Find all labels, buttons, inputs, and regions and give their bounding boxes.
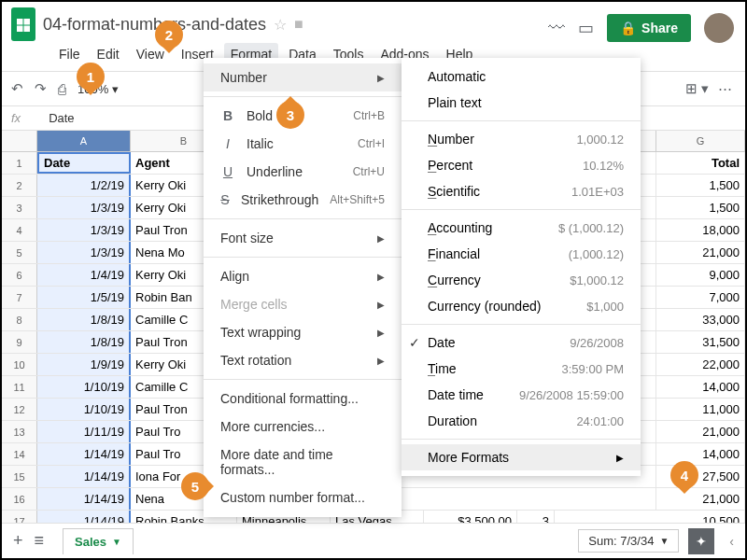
insert-icon[interactable]: ⊞ ▾ (685, 80, 709, 97)
row-header[interactable]: 10 (2, 354, 37, 375)
cell[interactable]: 21,000 (656, 421, 745, 442)
cell[interactable]: 1/3/19 (37, 219, 131, 241)
cell[interactable]: 21,000 (656, 488, 745, 510)
cell[interactable]: 1/4/19 (37, 264, 131, 286)
cell[interactable]: 1/8/19 (37, 331, 131, 353)
format-italic[interactable]: IItalicCtrl+I (204, 130, 402, 158)
col-header-a[interactable]: A (37, 131, 131, 151)
num-date[interactable]: ✓Date9/26/2008 (402, 329, 641, 356)
cell[interactable]: 1,500 (656, 197, 745, 218)
row-header[interactable]: 16 (2, 488, 37, 510)
format-fontsize[interactable]: Font size▶ (204, 224, 402, 252)
cell[interactable]: 33,000 (656, 309, 745, 330)
cell[interactable]: 31,500 (656, 331, 745, 353)
comment-icon[interactable]: ▭ (578, 18, 594, 38)
cell[interactable]: 1/14/19 (37, 443, 131, 465)
row-header[interactable]: 3 (2, 197, 37, 218)
num-datetime[interactable]: Date time9/26/2008 15:59:00 (402, 382, 641, 408)
share-button[interactable]: 🔒Share (607, 14, 691, 42)
cell[interactable]: 1/3/19 (37, 242, 131, 263)
format-underline[interactable]: UUnderlineCtrl+U (204, 158, 402, 186)
cell[interactable]: 1,500 (656, 175, 745, 196)
num-currency[interactable]: Currency$1,000.12 (402, 267, 641, 293)
row-header[interactable]: 2 (2, 175, 37, 196)
cell[interactable]: 14,000 (656, 443, 745, 465)
row-header[interactable]: 7 (2, 287, 37, 308)
format-custom-number[interactable]: Custom number format... (204, 483, 402, 511)
cell[interactable]: 1/5/19 (37, 287, 131, 308)
cell[interactable]: 22,000 (656, 354, 745, 375)
row-header[interactable]: 4 (2, 219, 37, 241)
num-percent[interactable]: Percent10.12% (402, 152, 641, 178)
row-header[interactable]: 8 (2, 309, 37, 330)
explore-icon[interactable]: ✦ (688, 528, 714, 554)
num-automatic[interactable]: Automatic (402, 63, 641, 90)
menu-file[interactable]: File (52, 43, 87, 65)
star-icon[interactable]: ☆ (274, 16, 287, 34)
trend-icon[interactable]: 〰 (548, 19, 565, 38)
avatar[interactable] (704, 13, 734, 43)
sum-display[interactable]: Sum: 7/3/34▼ (578, 529, 679, 553)
cell[interactable]: 18,000 (656, 219, 745, 241)
row-header[interactable]: 5 (2, 242, 37, 263)
more-icon[interactable]: ⋯ (718, 80, 732, 97)
row-header[interactable]: 15 (2, 466, 37, 487)
num-more-formats[interactable]: More Formats▶ (402, 444, 641, 470)
format-more-dates[interactable]: More date and time formats... (204, 441, 402, 483)
cell[interactable]: 1/14/19 (37, 466, 131, 487)
num-plain[interactable]: Plain text (402, 90, 641, 116)
cell[interactable]: 1/10/19 (37, 376, 131, 398)
num-number[interactable]: Number1,000.12 (402, 126, 641, 152)
cell[interactable]: 21,000 (656, 242, 745, 263)
chevron-right-icon: ▶ (377, 300, 385, 310)
format-wrap[interactable]: Text wrapping▶ (204, 318, 402, 346)
format-align[interactable]: Align▶ (204, 262, 402, 290)
select-all[interactable] (2, 131, 37, 151)
num-financial[interactable]: Financial(1,000.12) (402, 241, 641, 267)
num-scientific[interactable]: Scientific1.01E+03 (402, 178, 641, 204)
cell[interactable]: 1/2/19 (37, 175, 131, 196)
num-duration[interactable]: Duration24:01:00 (402, 408, 641, 434)
print-icon[interactable]: ⎙ (58, 81, 66, 97)
row-header[interactable]: 1 (2, 152, 37, 174)
cell[interactable]: 1/14/19 (37, 488, 131, 510)
row-header[interactable]: 9 (2, 331, 37, 353)
cell[interactable]: 1/9/19 (37, 354, 131, 375)
cell[interactable]: 9,000 (656, 264, 745, 286)
format-rotate[interactable]: Text rotation▶ (204, 346, 402, 374)
cell[interactable]: 1/8/19 (37, 309, 131, 330)
formula-value[interactable]: Date (49, 111, 74, 125)
cell[interactable]: 1/11/19 (37, 421, 131, 442)
col-header-g[interactable]: G (656, 131, 745, 151)
chevron-left-icon[interactable]: ‹ (724, 534, 740, 549)
format-conditional[interactable]: Conditional formatting... (204, 385, 402, 413)
row-header[interactable]: 13 (2, 421, 37, 442)
cell[interactable]: 7,000 (656, 287, 745, 308)
cell[interactable]: Total (656, 152, 745, 174)
add-sheet-icon[interactable]: + (7, 531, 29, 551)
format-more-currencies[interactable]: More currencies... (204, 413, 402, 441)
num-accounting[interactable]: Accounting$ (1,000.12) (402, 215, 641, 241)
bold-icon: B (220, 108, 235, 123)
all-sheets-icon[interactable]: ≡ (29, 531, 50, 551)
cell[interactable]: 14,000 (656, 376, 745, 398)
check-icon: ✓ (409, 335, 420, 350)
row-header[interactable]: 11 (2, 376, 37, 398)
cell[interactable]: 11,000 (656, 399, 745, 420)
redo-icon[interactable]: ↷ (35, 80, 47, 97)
fx-label: fx (11, 111, 21, 125)
format-number[interactable]: Number▶ (204, 63, 402, 91)
num-currency-rounded[interactable]: Currency (rounded)$1,000 (402, 293, 641, 319)
cell[interactable]: Date (37, 152, 131, 174)
row-header[interactable]: 6 (2, 264, 37, 286)
row-header[interactable]: 12 (2, 399, 37, 420)
num-time[interactable]: Time3:59:00 PM (402, 356, 641, 382)
folder-icon[interactable]: ■ (294, 16, 303, 33)
menu-edit[interactable]: Edit (91, 43, 126, 65)
undo-icon[interactable]: ↶ (11, 80, 23, 97)
row-header[interactable]: 14 (2, 443, 37, 465)
sheet-tab[interactable]: Sales▼ (63, 528, 134, 554)
cell[interactable]: 1/3/19 (37, 197, 131, 218)
cell[interactable]: 1/10/19 (37, 399, 131, 420)
format-strike[interactable]: SStrikethroughAlt+Shift+5 (204, 186, 402, 214)
